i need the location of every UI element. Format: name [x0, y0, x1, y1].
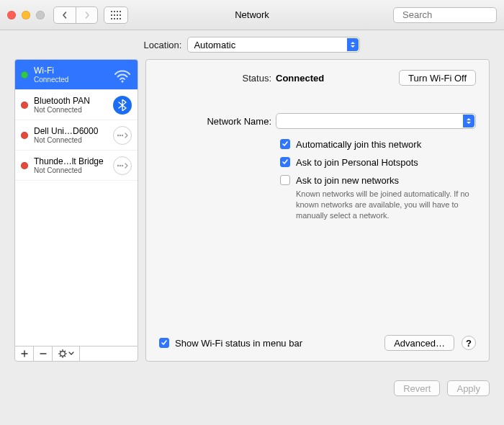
- auto-join-checkbox[interactable]: Automatically join this network: [280, 139, 476, 150]
- svg-line-27: [64, 356, 65, 357]
- show-all-button[interactable]: [104, 6, 128, 24]
- search-field[interactable]: [393, 7, 497, 23]
- checkbox-label: Show Wi-Fi status in menu bar: [175, 338, 302, 349]
- revert-button[interactable]: Revert: [394, 380, 440, 396]
- ethernet-icon: [113, 126, 132, 145]
- svg-rect-7: [120, 14, 121, 16]
- svg-line-28: [60, 356, 60, 357]
- network-name-label: Network Name:: [159, 116, 276, 127]
- status-dot-icon: [21, 162, 28, 169]
- window-controls: [7, 11, 45, 19]
- add-interface-button[interactable]: [15, 346, 34, 361]
- checkbox-label: Ask to join Personal Hotspots: [296, 157, 418, 168]
- ask-new-checkbox[interactable]: Ask to join new networks: [280, 175, 476, 186]
- titlebar: Network: [0, 0, 504, 30]
- svg-rect-0: [111, 11, 112, 12]
- sidebar-item-dell[interactable]: Dell Uni…D6000 Not Connected: [15, 120, 138, 151]
- svg-point-16: [120, 134, 121, 135]
- status-dot-icon: [21, 132, 28, 139]
- interface-sub: Not Connected: [34, 136, 107, 144]
- svg-point-21: [60, 352, 65, 357]
- status-value: Connected: [276, 73, 324, 84]
- sidebar: Wi-Fi Connected Bluetooth PAN Not Connec…: [14, 59, 138, 362]
- svg-rect-9: [114, 18, 115, 19]
- turn-wifi-off-button[interactable]: Turn Wi-Fi Off: [399, 70, 476, 86]
- detail-panel: Status: Connected Turn Wi-Fi Off Network…: [145, 59, 490, 362]
- svg-rect-5: [114, 14, 115, 16]
- ask-hotspot-checkbox[interactable]: Ask to join Personal Hotspots: [280, 157, 476, 168]
- remove-interface-button[interactable]: [34, 346, 53, 361]
- chevron-updown-icon: [463, 115, 474, 128]
- sidebar-item-bluetooth-pan[interactable]: Bluetooth PAN Not Connected: [15, 90, 138, 120]
- forward-button[interactable]: [76, 7, 97, 23]
- svg-point-18: [117, 164, 119, 166]
- svg-point-17: [122, 134, 123, 135]
- bluetooth-icon: [113, 96, 132, 115]
- svg-rect-3: [120, 11, 121, 12]
- minimize-window-button[interactable]: [22, 11, 30, 19]
- location-select[interactable]: Automatic: [187, 37, 360, 53]
- back-button[interactable]: [54, 7, 76, 23]
- interface-name: Wi-Fi: [34, 66, 107, 76]
- chevron-down-icon: [68, 352, 74, 356]
- help-button[interactable]: ?: [462, 336, 476, 350]
- svg-rect-8: [111, 18, 112, 19]
- status-dot-icon: [21, 102, 28, 109]
- search-input[interactable]: [401, 9, 504, 21]
- location-value: Automatic: [194, 40, 235, 50]
- advanced-button[interactable]: Advanced…: [384, 335, 454, 351]
- actions-menu-button[interactable]: [53, 346, 80, 361]
- network-name-select[interactable]: [276, 113, 476, 129]
- svg-rect-2: [117, 11, 118, 12]
- sidebar-item-thunderbolt-bridge[interactable]: Thunde…lt Bridge Not Connected: [15, 151, 138, 181]
- status-row: Status: Connected Turn Wi-Fi Off: [159, 70, 476, 86]
- svg-point-15: [117, 134, 119, 135]
- gear-icon: [58, 349, 67, 358]
- status-label: Status:: [159, 73, 276, 84]
- status-dot-icon: [21, 71, 28, 79]
- checkbox-group: Automatically join this network Ask to j…: [280, 139, 476, 186]
- sidebar-footer-spacer: [80, 346, 138, 361]
- svg-rect-11: [120, 18, 121, 19]
- nav-buttons: [53, 6, 98, 24]
- svg-line-29: [64, 351, 65, 352]
- checkbox-icon: [280, 139, 290, 149]
- interface-name: Thunde…lt Bridge: [34, 156, 107, 166]
- svg-point-20: [122, 164, 123, 166]
- sidebar-footer: [14, 346, 138, 362]
- svg-rect-4: [111, 14, 112, 16]
- interface-sub: Connected: [34, 76, 107, 84]
- interface-list: Wi-Fi Connected Bluetooth PAN Not Connec…: [14, 59, 138, 346]
- svg-line-26: [60, 351, 60, 352]
- sidebar-item-wifi[interactable]: Wi-Fi Connected: [15, 60, 138, 90]
- network-name-row: Network Name:: [159, 113, 476, 129]
- detail-bottom-row: Show Wi-Fi status in menu bar Advanced… …: [159, 335, 476, 351]
- svg-rect-10: [117, 18, 118, 19]
- svg-rect-6: [117, 14, 118, 16]
- show-menubar-checkbox[interactable]: Show Wi-Fi status in menu bar: [159, 338, 302, 349]
- location-row: Location: Automatic: [0, 30, 504, 59]
- close-window-button[interactable]: [7, 11, 16, 19]
- checkbox-icon: [280, 175, 290, 185]
- apply-button[interactable]: Apply: [447, 380, 490, 396]
- chevron-updown-icon: [347, 38, 359, 51]
- svg-rect-1: [114, 11, 115, 12]
- interface-sub: Not Connected: [34, 106, 107, 114]
- checkbox-icon: [159, 338, 169, 348]
- svg-point-14: [122, 80, 124, 82]
- zoom-window-button[interactable]: [36, 11, 45, 19]
- location-label: Location:: [144, 40, 182, 50]
- wifi-icon: [113, 66, 132, 84]
- main-panel: Wi-Fi Connected Bluetooth PAN Not Connec…: [0, 59, 504, 373]
- interface-sub: Not Connected: [34, 166, 107, 174]
- checkbox-icon: [280, 157, 290, 167]
- help-text: Known networks will be joined automatica…: [296, 189, 476, 221]
- interface-name: Dell Uni…D6000: [34, 126, 107, 136]
- ethernet-icon: [113, 156, 132, 175]
- svg-point-19: [120, 164, 121, 166]
- checkbox-label: Ask to join new networks: [296, 175, 399, 186]
- global-footer: Revert Apply: [0, 373, 504, 406]
- interface-name: Bluetooth PAN: [34, 96, 107, 106]
- checkbox-label: Automatically join this network: [296, 139, 421, 150]
